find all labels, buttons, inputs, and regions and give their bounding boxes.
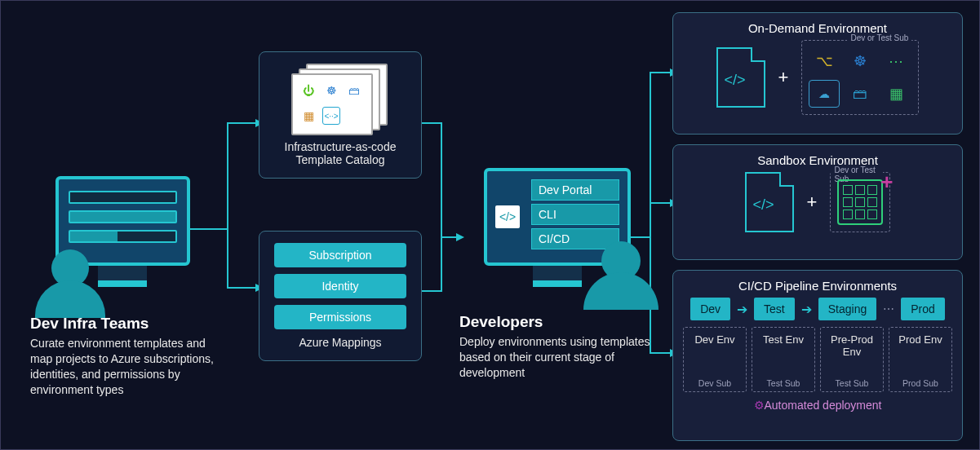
stage-test: Test bbox=[754, 298, 795, 320]
mapping-permissions: Permissions bbox=[274, 305, 406, 329]
dev-infra-description: Curate environment templates and map pro… bbox=[30, 336, 215, 398]
subscription-label: Dev or Test Sub bbox=[847, 33, 911, 42]
user-torso-icon bbox=[583, 272, 659, 310]
azure-mappings-panel: Subscription Identity Permissions Azure … bbox=[259, 231, 422, 361]
mappings-title: Azure Mappings bbox=[274, 336, 406, 349]
pipeline-envs-row: Dev Env Dev Sub Test Env Test Sub Pre-Pr… bbox=[683, 327, 952, 392]
env-dev: Dev Env Dev Sub bbox=[683, 327, 747, 392]
more-icon: ⋯ bbox=[880, 47, 911, 75]
template-stack-icon: ⏻ ☸ 🗃 ▦ <··> bbox=[291, 64, 389, 134]
iac-template-catalog-panel: ⏻ ☸ 🗃 ▦ <··> Infrastructure-as-code Temp… bbox=[259, 51, 422, 179]
dev-option-cicd: CI/CD bbox=[531, 228, 619, 249]
code-icon: <··> bbox=[322, 107, 340, 125]
plus-icon: + bbox=[807, 192, 818, 213]
pipeline-stages-row: Dev ➔ Test ➔ Staging ⋯ Prod bbox=[683, 298, 952, 320]
app-grid-new-icon: + bbox=[837, 179, 883, 225]
kubernetes-icon: ☸ bbox=[845, 47, 876, 75]
dev-option-cli: CLI bbox=[531, 204, 619, 225]
sandbox-environment-panel: Sandbox Environment </> + Dev or Test Su… bbox=[672, 144, 963, 260]
mapping-subscription: Subscription bbox=[274, 243, 406, 267]
developers-block: </> Dev Portal CLI CI/CD Developers Depl… bbox=[459, 168, 655, 381]
architecture-diagram: Dev Infra Teams Curate environment templ… bbox=[0, 0, 980, 450]
stage-prod: Prod bbox=[901, 298, 945, 320]
env-preprod: Pre-Prod Env Test Sub bbox=[820, 327, 884, 392]
developers-description: Deploy environments using templates base… bbox=[459, 334, 655, 381]
mapping-identity: Identity bbox=[274, 274, 406, 298]
stage-dev: Dev bbox=[690, 298, 730, 320]
env-sub: Prod Sub bbox=[893, 378, 948, 388]
env-prod: Prod Env Prod Sub bbox=[889, 327, 952, 392]
developers-title: Developers bbox=[459, 313, 655, 331]
env-sub: Test Sub bbox=[756, 378, 811, 388]
arrow-right-icon: ➔ bbox=[737, 302, 747, 317]
env-name: Dev Env bbox=[687, 334, 743, 346]
user-torso-icon bbox=[35, 280, 105, 318]
kubernetes-icon: ☸ bbox=[322, 82, 340, 99]
on-demand-title: On-Demand Environment bbox=[683, 21, 952, 35]
automated-deployment-label: Automated deployment bbox=[683, 399, 952, 412]
arrow-right-icon: ➔ bbox=[801, 302, 812, 317]
dev-option-portal: Dev Portal bbox=[531, 179, 619, 201]
app-grid-icon: ▦ bbox=[880, 80, 911, 108]
env-name: Pre-Prod Env bbox=[824, 334, 880, 359]
subscription-box: Dev or Test Sub + bbox=[830, 172, 890, 232]
stage-staging: Staging bbox=[818, 298, 876, 320]
cloud-app-icon: ☁ bbox=[809, 80, 840, 108]
env-test: Test Env Test Sub bbox=[752, 327, 815, 392]
database-bolt-icon: 🗃 bbox=[845, 80, 876, 108]
env-sub: Dev Sub bbox=[687, 378, 743, 388]
env-name: Test Env bbox=[756, 334, 811, 346]
iac-title: Infrastructure-as-code Template Catalog bbox=[274, 140, 406, 166]
template-doc-icon: </> bbox=[716, 47, 765, 108]
power-icon: ⏻ bbox=[299, 82, 317, 99]
database-icon: 🗃 bbox=[345, 82, 363, 99]
pipeline-title: CI/CD Pipeline Environments bbox=[683, 279, 952, 293]
sandbox-title: Sandbox Environment bbox=[683, 153, 952, 167]
add-plus-icon: + bbox=[880, 170, 893, 195]
git-icon: ⌥ bbox=[809, 47, 840, 75]
subscription-box: Dev or Test Sub ⌥ ☸ ⋯ ☁ 🗃 ▦ bbox=[801, 40, 919, 115]
arm-template-icon: ▦ bbox=[299, 107, 317, 125]
plus-icon: + bbox=[778, 67, 789, 88]
template-doc-icon: </> bbox=[745, 172, 794, 232]
code-file-icon: </> bbox=[495, 205, 520, 228]
env-sub: Test Sub bbox=[824, 378, 880, 388]
dev-infra-teams-block: Dev Infra Teams Curate environment templ… bbox=[30, 176, 215, 398]
env-name: Prod Env bbox=[893, 334, 948, 346]
ellipsis-icon: ⋯ bbox=[883, 302, 894, 315]
on-demand-environment-panel: On-Demand Environment </> + Dev or Test … bbox=[672, 12, 963, 135]
pipeline-environments-panel: CI/CD Pipeline Environments Dev ➔ Test ➔… bbox=[672, 270, 963, 441]
